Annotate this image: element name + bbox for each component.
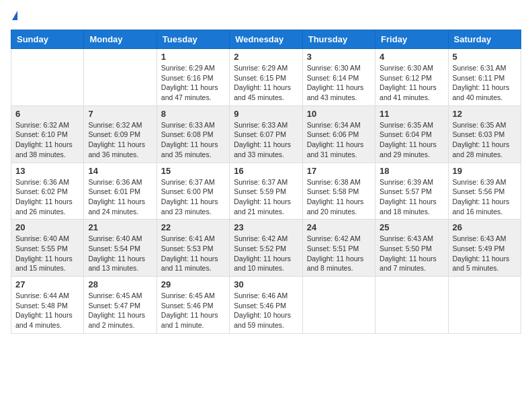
- calendar-cell: 8Sunrise: 6:33 AM Sunset: 6:08 PM Daylig…: [157, 105, 229, 163]
- weekday-header-row: SundayMondayTuesdayWednesdayThursdayFrid…: [11, 30, 521, 49]
- calendar-cell: 12Sunrise: 6:35 AM Sunset: 6:03 PM Dayli…: [448, 105, 521, 163]
- day-number: 27: [15, 279, 79, 289]
- day-number: 30: [234, 279, 298, 289]
- calendar-cell: 28Sunrise: 6:45 AM Sunset: 5:47 PM Dayli…: [84, 277, 157, 334]
- day-number: 5: [453, 52, 517, 62]
- calendar-cell: 23Sunrise: 6:42 AM Sunset: 5:52 PM Dayli…: [230, 220, 302, 277]
- calendar-cell: 1Sunrise: 6:29 AM Sunset: 6:16 PM Daylig…: [157, 49, 229, 106]
- calendar-cell: [84, 49, 157, 106]
- day-number: 20: [15, 222, 79, 232]
- calendar-cell: 10Sunrise: 6:34 AM Sunset: 6:06 PM Dayli…: [302, 105, 375, 163]
- day-info: Sunrise: 6:29 AM Sunset: 6:15 PM Dayligh…: [234, 63, 298, 103]
- day-number: 21: [88, 222, 152, 232]
- week-row-1: 1Sunrise: 6:29 AM Sunset: 6:16 PM Daylig…: [11, 49, 521, 106]
- weekday-header-sunday: Sunday: [11, 30, 84, 49]
- day-number: 8: [161, 109, 225, 119]
- day-number: 14: [88, 166, 152, 176]
- day-info: Sunrise: 6:46 AM Sunset: 5:46 PM Dayligh…: [234, 291, 298, 330]
- calendar-cell: 20Sunrise: 6:40 AM Sunset: 5:55 PM Dayli…: [11, 220, 84, 277]
- calendar-cell: 30Sunrise: 6:46 AM Sunset: 5:46 PM Dayli…: [230, 277, 302, 334]
- calendar-cell: 13Sunrise: 6:36 AM Sunset: 6:02 PM Dayli…: [11, 163, 84, 220]
- day-number: 15: [161, 166, 225, 176]
- day-number: 28: [88, 279, 152, 289]
- weekday-header-friday: Friday: [375, 30, 448, 49]
- calendar-cell: 5Sunrise: 6:31 AM Sunset: 6:11 PM Daylig…: [448, 49, 521, 106]
- calendar-cell: 14Sunrise: 6:36 AM Sunset: 6:01 PM Dayli…: [84, 163, 157, 220]
- day-number: 13: [15, 166, 79, 176]
- day-number: 17: [307, 166, 371, 176]
- calendar-cell: 27Sunrise: 6:44 AM Sunset: 5:48 PM Dayli…: [11, 277, 84, 334]
- calendar-cell: 29Sunrise: 6:45 AM Sunset: 5:46 PM Dayli…: [157, 277, 229, 334]
- calendar-cell: 18Sunrise: 6:39 AM Sunset: 5:57 PM Dayli…: [375, 163, 448, 220]
- calendar-cell: 3Sunrise: 6:30 AM Sunset: 6:14 PM Daylig…: [302, 49, 375, 106]
- calendar-cell: 19Sunrise: 6:39 AM Sunset: 5:56 PM Dayli…: [448, 163, 521, 220]
- day-info: Sunrise: 6:36 AM Sunset: 6:01 PM Dayligh…: [88, 177, 152, 217]
- calendar-cell: 16Sunrise: 6:37 AM Sunset: 5:59 PM Dayli…: [230, 163, 302, 220]
- day-info: Sunrise: 6:43 AM Sunset: 5:50 PM Dayligh…: [380, 234, 443, 273]
- day-info: Sunrise: 6:44 AM Sunset: 5:48 PM Dayligh…: [15, 291, 79, 330]
- day-info: Sunrise: 6:36 AM Sunset: 6:02 PM Dayligh…: [15, 177, 79, 217]
- day-info: Sunrise: 6:33 AM Sunset: 6:08 PM Dayligh…: [161, 120, 225, 160]
- calendar-cell: [11, 49, 84, 106]
- day-number: 1: [161, 52, 225, 62]
- day-info: Sunrise: 6:40 AM Sunset: 5:54 PM Dayligh…: [88, 234, 152, 273]
- calendar-cell: 6Sunrise: 6:32 AM Sunset: 6:10 PM Daylig…: [11, 105, 84, 163]
- day-info: Sunrise: 6:31 AM Sunset: 6:11 PM Dayligh…: [453, 63, 517, 103]
- day-number: 6: [15, 109, 79, 119]
- weekday-header-tuesday: Tuesday: [157, 30, 229, 49]
- day-number: 11: [380, 109, 443, 119]
- day-info: Sunrise: 6:41 AM Sunset: 5:53 PM Dayligh…: [161, 234, 225, 273]
- day-number: 19: [453, 166, 517, 176]
- day-info: Sunrise: 6:37 AM Sunset: 6:00 PM Dayligh…: [161, 177, 225, 217]
- weekday-header-thursday: Thursday: [302, 30, 375, 49]
- calendar-cell: 2Sunrise: 6:29 AM Sunset: 6:15 PM Daylig…: [230, 49, 302, 106]
- day-info: Sunrise: 6:37 AM Sunset: 5:59 PM Dayligh…: [234, 177, 298, 217]
- week-row-2: 6Sunrise: 6:32 AM Sunset: 6:10 PM Daylig…: [11, 105, 521, 163]
- day-info: Sunrise: 6:30 AM Sunset: 6:12 PM Dayligh…: [380, 63, 443, 103]
- day-number: 25: [380, 222, 443, 232]
- day-info: Sunrise: 6:40 AM Sunset: 5:55 PM Dayligh…: [15, 234, 79, 273]
- day-info: Sunrise: 6:34 AM Sunset: 6:06 PM Dayligh…: [307, 120, 371, 160]
- calendar-cell: 7Sunrise: 6:32 AM Sunset: 6:09 PM Daylig…: [84, 105, 157, 163]
- calendar-cell: 21Sunrise: 6:40 AM Sunset: 5:54 PM Dayli…: [84, 220, 157, 277]
- logo-triangle-icon: [12, 11, 17, 20]
- calendar-table: SundayMondayTuesdayWednesdayThursdayFrid…: [11, 30, 521, 334]
- day-info: Sunrise: 6:45 AM Sunset: 5:46 PM Dayligh…: [161, 291, 225, 330]
- calendar-cell: 25Sunrise: 6:43 AM Sunset: 5:50 PM Dayli…: [375, 220, 448, 277]
- day-number: 18: [380, 166, 443, 176]
- day-info: Sunrise: 6:33 AM Sunset: 6:07 PM Dayligh…: [234, 120, 298, 160]
- day-number: 2: [234, 52, 298, 62]
- calendar-cell: [375, 277, 448, 334]
- weekday-header-wednesday: Wednesday: [230, 30, 302, 49]
- day-number: 22: [161, 222, 225, 232]
- calendar-cell: 9Sunrise: 6:33 AM Sunset: 6:07 PM Daylig…: [230, 105, 302, 163]
- day-number: 26: [453, 222, 517, 232]
- calendar-cell: 22Sunrise: 6:41 AM Sunset: 5:53 PM Dayli…: [157, 220, 229, 277]
- day-number: 16: [234, 166, 298, 176]
- day-info: Sunrise: 6:32 AM Sunset: 6:09 PM Dayligh…: [88, 120, 152, 160]
- calendar-cell: 17Sunrise: 6:38 AM Sunset: 5:58 PM Dayli…: [302, 163, 375, 220]
- day-info: Sunrise: 6:29 AM Sunset: 6:16 PM Dayligh…: [161, 63, 225, 103]
- calendar-cell: 26Sunrise: 6:43 AM Sunset: 5:49 PM Dayli…: [448, 220, 521, 277]
- day-info: Sunrise: 6:42 AM Sunset: 5:51 PM Dayligh…: [307, 234, 371, 273]
- calendar-cell: 11Sunrise: 6:35 AM Sunset: 6:04 PM Dayli…: [375, 105, 448, 163]
- day-info: Sunrise: 6:35 AM Sunset: 6:03 PM Dayligh…: [453, 120, 517, 160]
- day-info: Sunrise: 6:32 AM Sunset: 6:10 PM Dayligh…: [15, 120, 79, 160]
- day-number: 10: [307, 109, 371, 119]
- logo: [11, 11, 17, 21]
- day-number: 23: [234, 222, 298, 232]
- week-row-5: 27Sunrise: 6:44 AM Sunset: 5:48 PM Dayli…: [11, 277, 521, 334]
- day-info: Sunrise: 6:30 AM Sunset: 6:14 PM Dayligh…: [307, 63, 371, 103]
- page-header: [11, 11, 521, 21]
- day-info: Sunrise: 6:45 AM Sunset: 5:47 PM Dayligh…: [88, 291, 152, 330]
- day-info: Sunrise: 6:38 AM Sunset: 5:58 PM Dayligh…: [307, 177, 371, 217]
- day-info: Sunrise: 6:42 AM Sunset: 5:52 PM Dayligh…: [234, 234, 298, 273]
- day-number: 29: [161, 279, 225, 289]
- calendar-cell: 4Sunrise: 6:30 AM Sunset: 6:12 PM Daylig…: [375, 49, 448, 106]
- day-info: Sunrise: 6:39 AM Sunset: 5:57 PM Dayligh…: [380, 177, 443, 217]
- calendar-cell: [302, 277, 375, 334]
- day-info: Sunrise: 6:39 AM Sunset: 5:56 PM Dayligh…: [453, 177, 517, 217]
- day-number: 9: [234, 109, 298, 119]
- week-row-4: 20Sunrise: 6:40 AM Sunset: 5:55 PM Dayli…: [11, 220, 521, 277]
- day-number: 24: [307, 222, 371, 232]
